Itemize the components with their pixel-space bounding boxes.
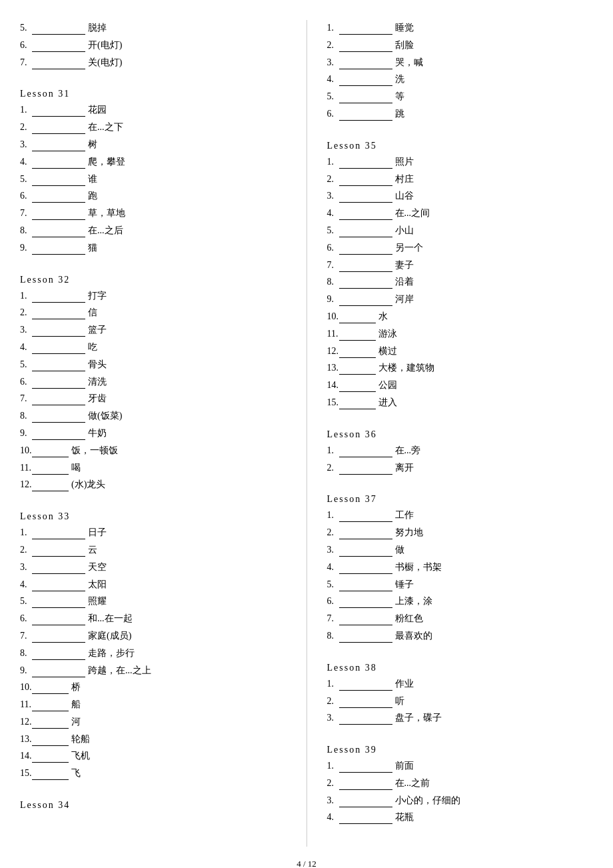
answer-line [339, 807, 392, 807]
list-item: 11.喝 [20, 460, 287, 476]
list-item: 10.饭，一顿饭 [20, 443, 287, 459]
item-number: 6. [20, 37, 32, 53]
answer-line [339, 690, 392, 691]
list-item: 3.小心的，仔细的 [327, 793, 594, 809]
answer-line [339, 625, 392, 625]
list-item: 4.在...之间 [327, 205, 594, 221]
item-text: 锤子 [395, 577, 414, 593]
answer-line [32, 607, 85, 608]
item-text: 谁 [88, 171, 97, 187]
item-number: 2. [20, 305, 32, 321]
list-item: 5.照耀 [20, 593, 287, 609]
item-number: 7. [20, 628, 32, 644]
item-text: 妻子 [395, 257, 414, 273]
item-text: 飞机 [71, 748, 90, 764]
answer-line [32, 116, 85, 117]
list-item: 2.云 [20, 542, 287, 558]
item-number: 1. [327, 20, 339, 36]
list-item: 3.山谷 [327, 188, 594, 204]
item-text: 做 [395, 542, 404, 558]
item-text: 轮船 [71, 731, 90, 747]
item-text: 上漆，涂 [395, 593, 432, 609]
item-number: 3. [327, 188, 339, 204]
item-text: 花瓶 [395, 809, 414, 825]
answer-line [339, 642, 392, 643]
item-number: 1. [327, 154, 339, 170]
item-number: 10. [20, 443, 32, 459]
item-text: 哭，喊 [395, 55, 423, 71]
item-number: 3. [327, 542, 339, 558]
list-item: 7.粉红色 [327, 611, 594, 627]
item-number: 2. [327, 37, 339, 53]
list-item: 2.信 [20, 305, 287, 321]
item-text: 篮子 [88, 322, 107, 338]
list-item: 12.(水)龙头 [20, 477, 287, 493]
item-number: 2. [327, 460, 339, 476]
item-text: 走路，步行 [88, 645, 135, 661]
item-number: 4. [20, 577, 32, 593]
lesson-header: Lesson 31 [20, 89, 287, 99]
list-item: 1.工作 [327, 507, 594, 523]
answer-line [339, 185, 392, 186]
answer-line [339, 357, 376, 358]
item-text: 另一个 [395, 240, 423, 256]
item-text: 桥 [71, 679, 81, 695]
item-text: 信 [88, 305, 97, 321]
item-number: 2. [327, 171, 339, 187]
answer-line [339, 69, 392, 69]
list-item: 6.跳 [327, 106, 594, 122]
item-number: 12. [327, 343, 339, 359]
item-text: 前面 [395, 758, 414, 774]
answer-line [339, 591, 392, 591]
answer-line [32, 573, 85, 574]
item-text: 做(饭菜) [88, 408, 122, 424]
answer-line [339, 789, 392, 790]
answer-line [32, 151, 85, 151]
item-number: 13. [20, 731, 32, 747]
item-number: 7. [20, 391, 32, 407]
item-number: 6. [327, 240, 339, 256]
item-text: (水)龙头 [71, 477, 105, 493]
item-number: 1. [327, 676, 339, 692]
answer-line [339, 305, 392, 306]
lesson-header: Lesson 32 [20, 275, 287, 285]
answer-line [32, 745, 69, 746]
item-number: 4. [20, 154, 32, 170]
list-item: 3.树 [20, 137, 287, 153]
item-text: 喝 [71, 460, 81, 476]
list-item: 8.在...之后 [20, 223, 287, 239]
answer-line [339, 288, 392, 289]
list-item: 4.洗 [327, 71, 594, 87]
list-item: 6.跑 [20, 188, 287, 204]
answer-line [32, 677, 85, 677]
answer-line [32, 336, 85, 337]
list-item: 2.努力地 [327, 525, 594, 541]
item-text: 沿着 [395, 274, 414, 290]
item-number: 11. [20, 460, 32, 476]
answer-line [32, 591, 85, 591]
answer-line [32, 34, 85, 35]
list-item: 4.花瓶 [327, 809, 594, 825]
item-number: 13. [327, 360, 339, 376]
item-text: 照耀 [88, 593, 107, 609]
answer-line [339, 707, 392, 708]
list-item: 7.家庭(成员) [20, 628, 287, 644]
answer-line [339, 202, 392, 203]
answer-line [339, 556, 392, 557]
answer-line [32, 302, 85, 303]
answer-line [32, 202, 85, 203]
item-number: 5. [327, 89, 339, 105]
lesson-header: Lesson 39 [327, 745, 594, 755]
answer-line [32, 693, 69, 694]
list-item: 11.船 [20, 697, 287, 713]
list-item: 5.骨头 [20, 357, 287, 373]
list-item: 1.花园 [20, 102, 287, 118]
answer-line [339, 51, 392, 52]
item-text: 清洗 [88, 374, 107, 390]
item-text: 脱掉 [88, 20, 107, 36]
item-number: 4. [327, 71, 339, 87]
page-number: 4 / 12 [297, 859, 316, 868]
item-number: 6. [327, 593, 339, 609]
list-item: 6.开(电灯) [20, 37, 287, 53]
answer-line [32, 422, 85, 423]
